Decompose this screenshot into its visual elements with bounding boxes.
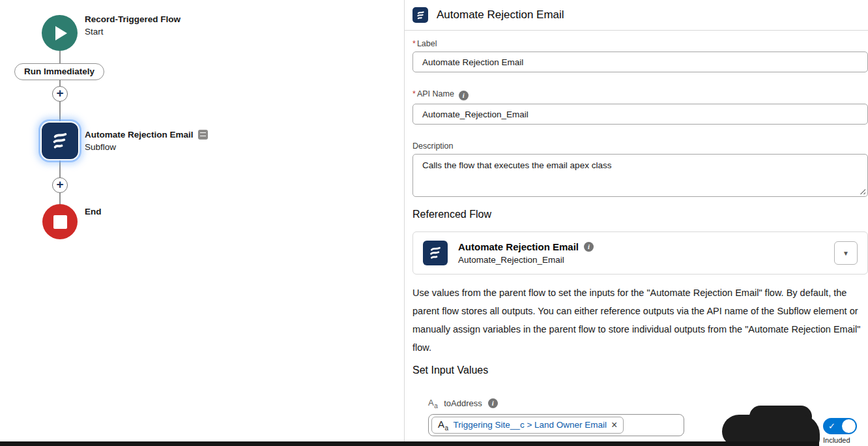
subflow-waves-icon [412, 7, 428, 23]
to-address-label: toAddress [444, 398, 482, 408]
description-textarea[interactable]: Calls the flow that executes the email a… [412, 154, 868, 197]
remove-pill-icon[interactable]: × [611, 420, 617, 430]
start-node[interactable] [42, 15, 78, 51]
flow-builder-screen: Record-Triggered Flow Start Run Immediat… [0, 0, 868, 446]
text-type-icon: Aa [438, 419, 449, 432]
info-icon[interactable]: i [488, 398, 498, 408]
description-icon [198, 130, 208, 140]
add-element-button-1[interactable]: + [52, 86, 68, 102]
subflow-subtitle: Subflow [85, 142, 208, 152]
resource-pill-text: Triggering Site__c > Land Owner Email [454, 420, 607, 430]
flow-canvas: Record-Triggered Flow Start Run Immediat… [0, 0, 404, 441]
api-name-input[interactable] [412, 104, 868, 125]
to-address-input[interactable]: Aa Triggering Site__c > Land Owner Email… [428, 414, 684, 436]
referenced-flow-dropdown-button[interactable]: ▼ [834, 241, 858, 265]
bottom-black-bar [0, 441, 819, 446]
panel-title: Automate Rejection Email [437, 8, 564, 22]
plus-icon: + [56, 86, 63, 100]
referenced-flow-title: Automate Rejection Email [458, 241, 579, 252]
referenced-flow-api-name: Automate_Rejection_Email [458, 255, 594, 265]
label-field-label: *Label [412, 39, 868, 48]
subflow-node-selected[interactable] [42, 123, 78, 159]
subflow-help-text: Use values from the parent flow to set t… [412, 284, 868, 357]
stop-icon [53, 215, 67, 229]
play-icon [55, 26, 67, 40]
referenced-flow-heading: Referenced Flow [412, 209, 868, 220]
panel-header: Automate Rejection Email [405, 0, 868, 31]
subflow-properties-panel: Automate Rejection Email *Label *API Nam… [404, 0, 868, 441]
subflow-waves-icon [423, 241, 448, 265]
subflow-title: Automate Rejection Email [85, 130, 194, 140]
info-icon[interactable]: i [584, 242, 594, 252]
included-toggle-label: Included [823, 436, 850, 444]
text-type-icon: Aa [428, 398, 438, 409]
referenced-flow-info: Automate Rejection Email i Automate_Reje… [458, 241, 594, 265]
api-name-field-label: *API Name i [412, 89, 868, 100]
referenced-flow-card: Automate Rejection Email i Automate_Reje… [412, 231, 868, 275]
plus-icon: + [56, 177, 63, 191]
end-node-label: End [85, 207, 102, 216]
subflow-waves-icon [49, 130, 71, 152]
required-asterisk: * [412, 39, 416, 48]
subflow-node-label: Automate Rejection Email Subflow [85, 130, 208, 152]
included-toggle[interactable]: ✓ [823, 418, 857, 434]
info-icon[interactable]: i [459, 91, 469, 100]
resource-pill[interactable]: Aa Triggering Site__c > Land Owner Email… [431, 417, 624, 434]
path-label-run-immediately[interactable]: Run Immediately [14, 63, 104, 80]
description-field-label: Description [412, 141, 868, 151]
end-title: End [85, 207, 102, 216]
start-node-label: Record-Triggered Flow Start [85, 14, 181, 37]
set-input-values-heading: Set Input Values [412, 364, 868, 376]
start-subtitle: Start [85, 27, 181, 37]
end-node[interactable] [42, 204, 78, 239]
add-element-button-2[interactable]: + [52, 177, 68, 193]
check-icon: ✓ [828, 421, 835, 431]
start-title: Record-Triggered Flow [85, 14, 181, 24]
toggle-knob [842, 419, 856, 433]
chevron-down-icon: ▼ [843, 250, 849, 257]
required-asterisk: * [412, 89, 416, 98]
label-input[interactable] [412, 52, 868, 72]
